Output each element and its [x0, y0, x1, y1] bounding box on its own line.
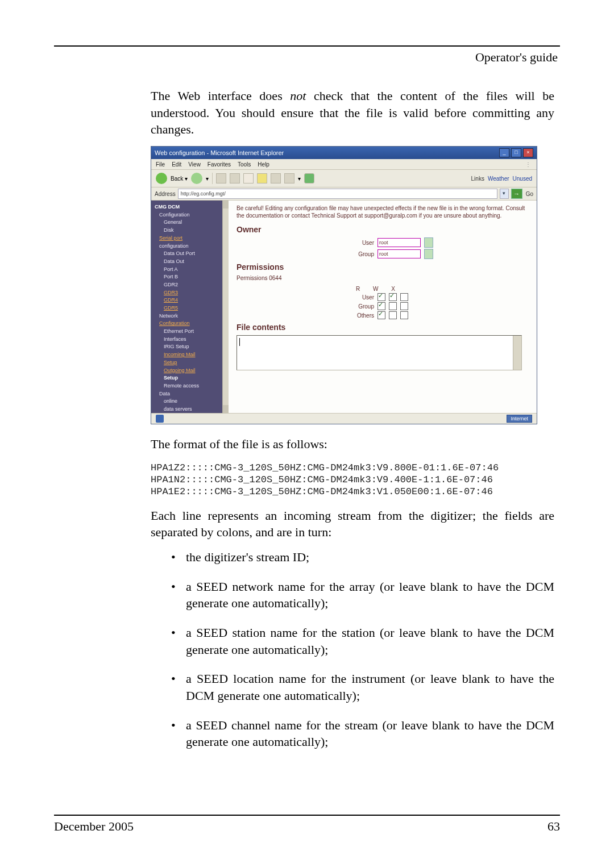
- menu-view[interactable]: View: [188, 161, 201, 168]
- sidebar-item: configuration: [155, 243, 225, 250]
- sidebar-item: Network: [155, 313, 225, 320]
- status-zone: Internet: [507, 415, 532, 423]
- perm-row-group: Group: [342, 303, 374, 310]
- perm-group-r[interactable]: [377, 302, 385, 310]
- links-label: Links: [471, 176, 484, 182]
- perm-user-r[interactable]: [377, 293, 385, 301]
- menubar: FileEditViewFavoritesToolsHelp⋮: [151, 159, 537, 170]
- file-contents-textarea[interactable]: [237, 335, 522, 370]
- sidebar-item: Configuration: [155, 212, 225, 219]
- permissions-cols: R W X: [356, 286, 531, 292]
- perm-group-x[interactable]: [400, 302, 408, 310]
- window-title: Web configuration - Microsoft Internet E…: [155, 149, 284, 156]
- owner-group-input[interactable]: root: [377, 249, 421, 258]
- page-header: Operator's guide: [54, 50, 560, 65]
- list-item: a SEED channel name for the stream (or l…: [171, 717, 554, 750]
- file-contents-heading: File contents: [237, 323, 531, 332]
- list-item: a SEED station name for the station (or …: [171, 624, 554, 658]
- forward-icon[interactable]: [191, 173, 202, 184]
- minimize-icon[interactable]: _: [499, 148, 509, 157]
- sidebar-item: online: [155, 398, 225, 405]
- perm-group-w[interactable]: [389, 302, 397, 310]
- main-panel: Be careful! Editing any configuration fi…: [229, 201, 537, 413]
- sidebar-item[interactable]: GDR5: [155, 305, 225, 312]
- sidebar-item: CMG DCM: [155, 204, 225, 211]
- menu-edit[interactable]: Edit: [172, 161, 181, 168]
- address-input[interactable]: http://eg.config.mgt/: [178, 189, 497, 199]
- address-bar: Address http://eg.config.mgt/ ▾ → Go: [151, 187, 537, 201]
- sidebar-item[interactable]: Serial port: [155, 235, 225, 242]
- go-label: Go: [526, 191, 533, 197]
- sidebar-scrollbar[interactable]: [222, 201, 229, 413]
- perm-others-r[interactable]: [377, 311, 385, 319]
- permissions-heading: Permissions: [237, 262, 531, 272]
- toolbar: Back ▾ ▾ ▾ Links Weather Unused: [151, 170, 537, 187]
- back-icon[interactable]: [156, 173, 167, 184]
- menu-favorites[interactable]: Favorites: [208, 161, 231, 168]
- owner-user-input[interactable]: root: [377, 238, 421, 247]
- sidebar-item: Remote access: [155, 383, 225, 390]
- status-bar: Internet: [151, 413, 537, 424]
- sidebar-item: Data: [155, 391, 225, 398]
- warning-text: Be careful! Editing any configuration fi…: [237, 205, 526, 219]
- sidebar-item: Port B: [155, 274, 225, 281]
- owner-heading: Owner: [237, 225, 531, 234]
- owner-group-dropdown-icon[interactable]: [424, 249, 433, 259]
- stop-icon[interactable]: [216, 173, 226, 183]
- mail-icon[interactable]: [284, 173, 294, 183]
- bullet-list: the digitizer's stream ID;a SEED network…: [171, 549, 554, 750]
- link-weather[interactable]: Weather: [488, 176, 509, 182]
- format-intro: The format of the file is as follows:: [151, 436, 554, 453]
- owner-user-dropdown-icon[interactable]: [424, 237, 433, 248]
- sidebar-item[interactable]: GDR3: [155, 290, 225, 297]
- close-icon[interactable]: ×: [523, 148, 533, 157]
- perm-user-w[interactable]: [389, 293, 397, 301]
- sidebar-item: Disk: [155, 227, 225, 234]
- sidebar-item: Interfaces: [155, 336, 225, 343]
- home-icon[interactable]: [243, 173, 254, 183]
- sidebar-item: Setup: [155, 375, 225, 382]
- go-button[interactable]: →: [511, 189, 522, 199]
- list-item: a SEED location name for the instrument …: [171, 670, 554, 704]
- print-icon[interactable]: [271, 173, 281, 183]
- favorites-icon[interactable]: [257, 173, 267, 183]
- sidebar-item[interactable]: Configuration: [155, 320, 225, 327]
- refresh-icon[interactable]: [230, 173, 240, 183]
- sidebar-item[interactable]: Outgoing Mail: [155, 368, 225, 374]
- menubar-grip: ⋮: [525, 161, 532, 168]
- sidebar-item: IRIG Setup: [155, 344, 225, 350]
- sidebar-item: General: [155, 219, 225, 226]
- sidebar-item: Data Out: [155, 258, 225, 265]
- list-item: the digitizer's stream ID;: [171, 549, 554, 566]
- list-item: a SEED network name for the array (or le…: [171, 578, 554, 612]
- sidebar-item: Ethernet Port: [155, 328, 225, 335]
- sidebar-item[interactable]: GDR4: [155, 297, 225, 304]
- mail-dd: ▾: [298, 176, 301, 182]
- footer-date: December 2005: [54, 819, 134, 834]
- perm-others-x[interactable]: [400, 311, 408, 319]
- sidebar-item: GDR2: [155, 282, 225, 289]
- sidebar-item[interactable]: Incoming Mail: [155, 352, 225, 358]
- menu-tools[interactable]: Tools: [238, 161, 251, 168]
- sidebar-item: Port A: [155, 266, 225, 273]
- sidebar: CMG DCMConfigurationGeneralDiskSerial po…: [151, 201, 229, 413]
- perm-others-w[interactable]: [389, 311, 397, 319]
- menu-help[interactable]: Help: [258, 161, 269, 168]
- menu-file[interactable]: File: [156, 161, 165, 168]
- footer-page: 63: [547, 819, 560, 834]
- fwd-dd: ▾: [206, 176, 209, 182]
- perm-user-x[interactable]: [400, 293, 408, 301]
- maximize-icon[interactable]: □: [511, 148, 521, 157]
- address-dropdown-icon[interactable]: ▾: [500, 189, 509, 199]
- extra-icon[interactable]: [304, 173, 314, 183]
- perm-row-user: User: [342, 294, 374, 301]
- status-icon: [156, 415, 164, 423]
- sidebar-item[interactable]: Setup: [155, 360, 225, 366]
- permissions-file: Permissions 0644: [237, 275, 531, 281]
- window-titlebar: Web configuration - Microsoft Internet E…: [151, 147, 537, 159]
- link-unused[interactable]: Unused: [513, 176, 532, 182]
- sidebar-item: Data Out Port: [155, 251, 225, 257]
- screenshot: Web configuration - Microsoft Internet E…: [151, 146, 537, 424]
- textarea-scrollbar[interactable]: [513, 336, 521, 370]
- links-bar: Links Weather Unused: [471, 176, 532, 182]
